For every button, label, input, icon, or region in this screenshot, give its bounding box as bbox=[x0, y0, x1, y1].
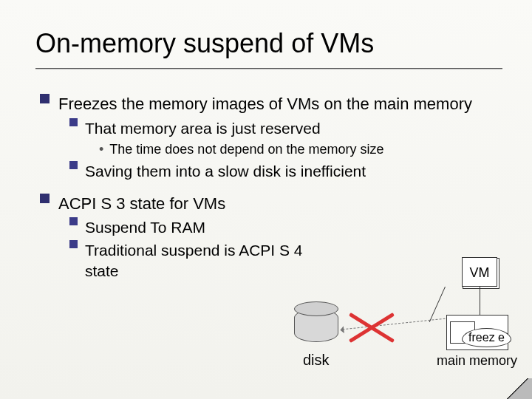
square-bullet-icon bbox=[69, 217, 78, 225]
dot-bullet-icon: • bbox=[99, 141, 103, 158]
square-bullet-icon bbox=[40, 94, 50, 103]
bullet-1b-text: Saving them into a slow disk is ineffici… bbox=[85, 161, 366, 181]
diagram: disk VM •○○ freez e main memory bbox=[272, 257, 508, 383]
bullet-1a-text: That memory area is just reserved bbox=[85, 118, 321, 138]
bullet-2a: Suspend To RAM bbox=[69, 217, 497, 237]
page-corner-icon bbox=[502, 378, 532, 399]
bullet-1b: Saving them into a slow disk is ineffici… bbox=[69, 161, 497, 181]
square-bullet-icon bbox=[69, 161, 78, 169]
slide-body: Freezes the memory images of VMs on the … bbox=[0, 69, 532, 281]
bullet-1a1-text: The time does not depend on the memory s… bbox=[109, 141, 383, 158]
cross-out-icon bbox=[346, 305, 398, 346]
bullet-1a: That memory area is just reserved bbox=[69, 118, 497, 138]
bullet-1: Freezes the memory images of VMs on the … bbox=[40, 94, 497, 115]
memory-label: main memory bbox=[437, 353, 517, 369]
square-bullet-icon bbox=[69, 240, 78, 248]
bullet-1-text: Freezes the memory images of VMs on the … bbox=[58, 94, 472, 115]
bullet-2: ACPI S 3 state for VMs bbox=[40, 194, 497, 215]
bullet-1a1: • The time does not depend on the memory… bbox=[99, 141, 497, 158]
slide-title: On-memory suspend of VMs bbox=[0, 0, 532, 68]
freeze-cloud: freez e bbox=[462, 328, 511, 347]
square-bullet-icon bbox=[40, 194, 50, 203]
disk-icon bbox=[294, 309, 338, 342]
square-bullet-icon bbox=[69, 118, 78, 126]
vm-box: VM bbox=[462, 257, 497, 287]
bullet-2-text: ACPI S 3 state for VMs bbox=[58, 194, 225, 215]
connector-line bbox=[480, 287, 480, 315]
bullet-2a-text: Suspend To RAM bbox=[85, 217, 205, 237]
disk-label: disk bbox=[303, 352, 330, 369]
